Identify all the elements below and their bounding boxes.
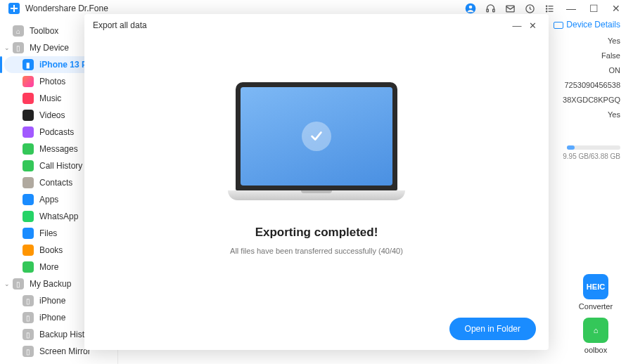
detail-value: 38XGDC8KPGQ [554,96,620,104]
app-logo-icon [8,3,20,14]
app-icon [23,245,34,256]
open-in-folder-button[interactable]: Open in Folder [449,318,536,340]
storage-text: 9.95 GB/63.88 GB [554,152,620,160]
svg-point-1 [469,6,473,9]
svg-point-6 [546,6,546,6]
quick-tool[interactable]: ⌂oolbox [571,318,620,354]
app-icon [23,160,34,171]
app-icon [23,194,34,205]
device-details-panel: Device Details YesFalseON725309045653838… [554,20,620,160]
modal-close[interactable]: ✕ [525,20,540,31]
phone-icon: ▯ [23,346,34,357]
svg-point-7 [546,8,546,8]
window-maximize[interactable]: ☐ [585,3,602,14]
detail-value: 7253090456538 [554,81,620,89]
app-icon [23,177,34,188]
device-details-link[interactable]: Device Details [554,20,620,30]
detail-value: False [554,51,620,60]
storage-bar [567,145,620,150]
modal-heading: Exporting completed! [255,226,378,240]
phone-icon: ▯ [23,295,34,306]
app-title: Wondershare Dr.Fone [25,4,108,13]
modal-minimize[interactable]: — [509,20,525,31]
chevron-down-icon: ⌄ [4,44,11,51]
device-icon: ▯ [13,42,24,53]
svg-rect-2 [486,9,488,12]
chevron-down-icon: ⌄ [4,280,11,287]
modal-subtext: All files have been transferred successf… [230,247,403,255]
phone-icon: ▯ [23,329,34,340]
laptop-illustration [236,82,397,200]
phone-icon: ▯ [23,312,34,323]
export-modal: Export all data — ✕ Exporting completed!… [84,14,549,350]
id-card-icon [554,22,563,29]
app-icon [23,93,34,104]
quick-tools: HEICConverter⌂oolbox [571,267,620,354]
tool-icon: ⌂ [583,318,608,343]
app-icon [23,110,34,121]
tool-icon: HEIC [583,274,608,299]
app-icon [23,76,34,87]
detail-value: Yes [554,110,620,119]
detail-value: ON [554,66,620,74]
svg-point-8 [546,11,546,11]
svg-rect-3 [492,9,494,12]
app-icon [23,143,34,155]
modal-title: Export all data [93,20,147,30]
phone-icon: ▮ [23,59,34,70]
home-icon: ⌂ [13,25,24,37]
app-icon [23,228,34,239]
app-icon [23,211,34,222]
quick-tool[interactable]: HEICConverter [571,274,620,311]
app-icon [23,261,34,273]
app-icon [23,126,34,138]
backup-icon: ▯ [13,278,24,290]
window-close[interactable]: ✕ [608,3,625,14]
window-minimize[interactable]: — [563,3,580,14]
check-icon [302,122,331,151]
detail-value: Yes [554,37,620,45]
